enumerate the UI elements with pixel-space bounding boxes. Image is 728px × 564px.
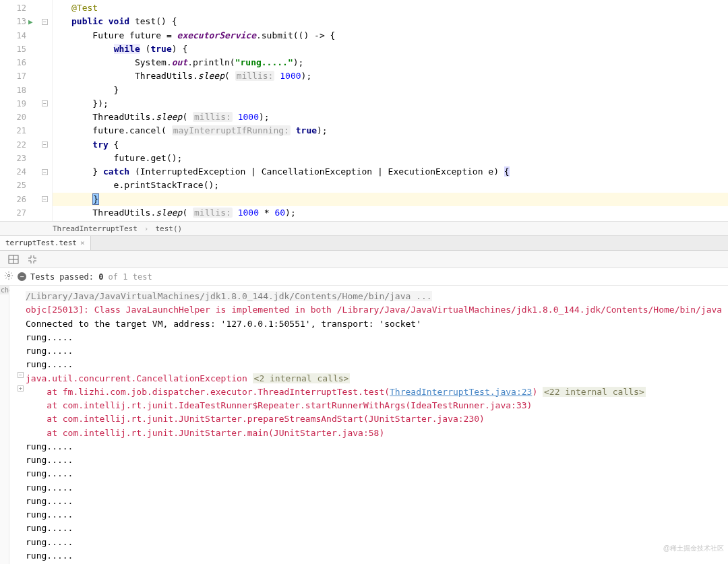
console-line: at com.intellij.rt.junit.JUnitStarter.ma… [26, 427, 728, 440]
breadcrumb-method[interactable]: test() [155, 224, 182, 233]
console-line: rung..... [26, 508, 728, 522]
fold-toggle-icon[interactable]: + [18, 385, 24, 391]
layout-icon[interactable] [8, 254, 19, 265]
chevron-right-icon: › [144, 224, 149, 233]
console-line: at com.intellij.rt.junit.JUnitStarter.pr… [26, 412, 728, 426]
breadcrumb: ThreadInterruptTest › test() [0, 221, 728, 236]
console-line: rung..... [26, 536, 728, 549]
line-number: 26 [10, 195, 26, 204]
fold-toggle-icon[interactable]: − [42, 196, 48, 202]
fold-toggle-icon[interactable]: − [18, 372, 24, 378]
console-line: −java.util.concurrent.CancellationExcept… [26, 372, 728, 385]
console-output[interactable]: /Library/Java/JavaVirtualMachines/jdk1.8… [9, 286, 728, 564]
console-line: at com.intellij.rt.junit.IdeaTestRunner$… [26, 399, 728, 412]
stacktrace-link[interactable]: ThreadInterruptTest.java:23 [390, 387, 532, 397]
line-number: 20 [10, 113, 26, 122]
console-side-gutter: cher [0, 286, 9, 564]
code-line: ThreadUtils.sleep( millis: 1000); [53, 69, 728, 83]
gutter-row: 20 [0, 111, 52, 124]
collapse-icon[interactable] [27, 254, 38, 265]
gutter-row: 19− [0, 97, 52, 111]
gutter-row: 17 [0, 69, 52, 83]
console-line: rung..... [26, 481, 728, 495]
code-line: e.printStackTrace(); [53, 179, 728, 192]
line-number: 19 [10, 99, 26, 108]
run-tabs: terruptTest.test × [0, 236, 728, 251]
line-number: 15 [10, 44, 26, 54]
console-line: + at fm.lizhi.com.job.dispatcher.executo… [26, 385, 728, 399]
code-line: } [53, 84, 728, 97]
code-line: System.out.println("rung....."); [53, 56, 728, 69]
code-editor: 1213▶−141516171819−202122−2324−2526−27 @… [0, 0, 728, 221]
line-number: 21 [10, 126, 26, 135]
svg-point-3 [7, 274, 10, 277]
gutter-row: 12 [0, 1, 52, 15]
fold-toggle-icon[interactable]: − [42, 142, 48, 148]
code-line: ThreadUtils.sleep( millis: 1000 * 60); [53, 206, 728, 220]
fold-toggle-icon[interactable]: − [42, 19, 48, 25]
gutter-row: 16 [0, 56, 52, 69]
code-line: }); [53, 97, 728, 111]
line-number: 27 [10, 208, 26, 218]
run-tab-label: terruptTest.test [5, 239, 77, 247]
console-line: rung..... [26, 331, 728, 344]
code-area[interactable]: @Testpublic void test() { Future future … [53, 0, 728, 221]
code-line: public void test() { [53, 15, 728, 28]
gutter-row: 14 [0, 29, 52, 42]
gutter-row: 25 [0, 179, 52, 192]
tests-passed-label: Tests passed: 0 of 1 test [30, 272, 152, 282]
gutter-row: 24− [0, 165, 52, 179]
editor-gutter: 1213▶−141516171819−202122−2324−2526−27 [0, 0, 53, 221]
gutter-row: 15 [0, 42, 52, 56]
code-line: } catch (InterruptedException | Cancella… [53, 165, 728, 179]
code-line: future.cancel( mayInterruptIfRunning: tr… [53, 124, 728, 137]
line-number: 16 [10, 58, 26, 67]
line-number: 13 [10, 17, 26, 26]
breadcrumb-class[interactable]: ThreadInterruptTest [53, 224, 138, 233]
run-tab[interactable]: terruptTest.test × [0, 236, 91, 250]
gutter-row: 23 [0, 152, 52, 165]
code-line: ThreadUtils.sleep( millis: 1000); [53, 111, 728, 124]
console-line: rung..... [26, 467, 728, 480]
code-line: @Test [53, 1, 728, 15]
run-toolbar [0, 251, 728, 268]
code-line: while (true) { [53, 42, 728, 56]
console-line: rung..... [26, 522, 728, 535]
code-line: try { [53, 138, 728, 152]
test-status-bar: − Tests passed: 0 of 1 test [0, 268, 728, 286]
code-line: Future future = executorService.submit((… [53, 29, 728, 42]
gutter-row: 27 [0, 206, 52, 220]
console-line: Connected to the target VM, address: '12… [26, 317, 728, 331]
line-number: 25 [10, 181, 26, 190]
gutter-row: 13▶− [0, 15, 52, 28]
line-number: 18 [10, 86, 26, 95]
console-line: rung..... [26, 358, 728, 371]
gear-icon[interactable] [4, 271, 13, 282]
fold-toggle-icon[interactable]: − [42, 169, 48, 175]
console-line: rung..... [26, 549, 728, 563]
console-line: rung..... [26, 344, 728, 358]
code-line: future.get(); [53, 152, 728, 165]
line-number: 23 [10, 154, 26, 163]
code-line: } [53, 193, 728, 206]
line-number: 22 [10, 140, 26, 150]
watermark: @稀土掘金技术社区 [663, 544, 724, 553]
gutter-row: 26− [0, 193, 52, 206]
line-number: 12 [10, 3, 26, 13]
gutter-row: 18 [0, 84, 52, 97]
console-line: /Library/Java/JavaVirtualMachines/jdk1.8… [26, 290, 728, 303]
run-gutter-icon[interactable]: ▶ [28, 18, 33, 26]
gutter-row: 21 [0, 124, 52, 137]
fold-toggle-icon[interactable]: − [42, 100, 48, 106]
line-number: 14 [10, 31, 26, 40]
status-minus-icon: − [18, 272, 26, 281]
close-icon[interactable]: × [80, 239, 85, 247]
console-line: rung..... [26, 495, 728, 508]
gutter-row: 22− [0, 138, 52, 152]
console-line: objc[25013]: Class JavaLaunchHelper is i… [26, 303, 728, 317]
line-number: 17 [10, 71, 26, 81]
console-line: rung..... [26, 453, 728, 467]
console-line: rung..... [26, 440, 728, 453]
line-number: 24 [10, 167, 26, 177]
